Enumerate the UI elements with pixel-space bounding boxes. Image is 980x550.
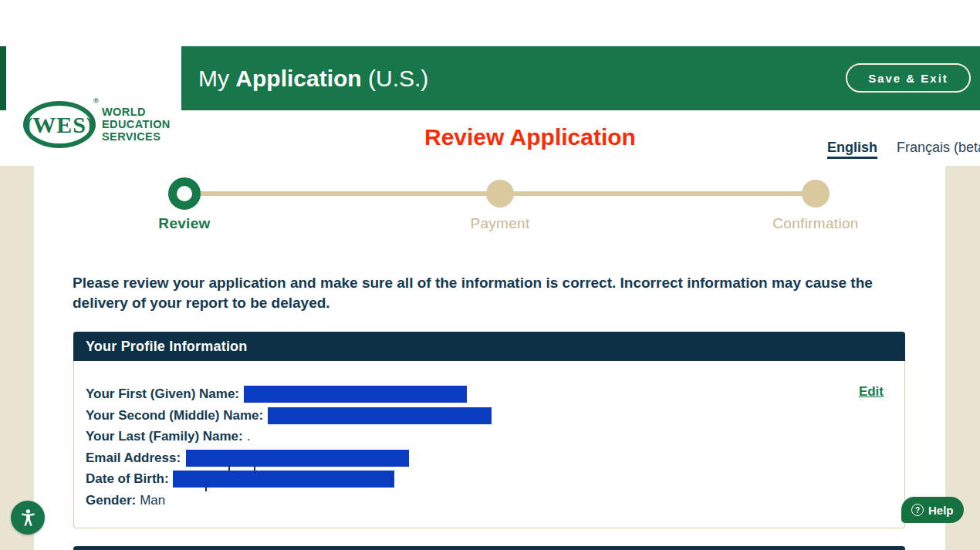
save-and-exit-button[interactable]: Save & Exit bbox=[846, 63, 971, 93]
panel-title: Your Profile Information bbox=[73, 332, 905, 361]
step-label-payment: Payment bbox=[438, 215, 562, 232]
redacted-value bbox=[186, 450, 409, 467]
review-instructions: Please review your application and make … bbox=[73, 273, 890, 312]
left-page-margin bbox=[0, 166, 34, 550]
redacted-value bbox=[244, 386, 467, 403]
active-language-underline bbox=[827, 157, 877, 159]
right-page-margin bbox=[945, 166, 980, 550]
help-button[interactable]: ? Help bbox=[901, 497, 964, 523]
step-indicator-payment bbox=[486, 180, 514, 208]
next-panel-header-sliver bbox=[73, 546, 905, 550]
help-button-label: Help bbox=[928, 504, 954, 517]
step-indicator-confirmation bbox=[802, 180, 830, 208]
accessibility-person-icon bbox=[18, 508, 39, 528]
app-title: My Application (U.S.) bbox=[198, 65, 428, 93]
panel-body: Your First (Given) Name: Your Second (Mi… bbox=[73, 361, 905, 528]
edit-profile-link[interactable]: Edit bbox=[859, 384, 884, 400]
wes-logo[interactable]: (WES) ® WORLD EDUCATION SERVICES bbox=[6, 46, 181, 110]
step-label-review: Review bbox=[123, 215, 246, 232]
wes-logo-wordmark: WORLD EDUCATION SERVICES bbox=[102, 106, 171, 143]
field-date-of-birth: Date of Birth: bbox=[86, 468, 893, 490]
step-label-confirmation: Confirmation bbox=[754, 215, 877, 232]
accessibility-button[interactable] bbox=[11, 501, 45, 535]
application-review-page: (WES) ® WORLD EDUCATION SERVICES My Appl… bbox=[0, 0, 980, 550]
field-gender: Gender:Man bbox=[86, 490, 893, 511]
page-title: Review Application bbox=[424, 124, 636, 150]
wes-logo-text: WES bbox=[32, 112, 86, 138]
language-toggle-french[interactable]: Français (beta bbox=[897, 140, 980, 156]
field-email: Email Address: bbox=[86, 447, 893, 469]
language-toggle-english[interactable]: English bbox=[827, 140, 877, 156]
header-accent-stripe bbox=[0, 46, 6, 110]
registered-trademark-icon: ® bbox=[93, 97, 99, 105]
wes-logo-oval-icon: (WES) bbox=[23, 101, 96, 148]
step-indicator-review bbox=[168, 177, 201, 210]
profile-information-panel: Your Profile Information Your First (Giv… bbox=[73, 332, 905, 528]
redacted-value bbox=[268, 407, 492, 424]
field-last-name: Your Last (Family) Name:. bbox=[86, 426, 893, 447]
field-first-name: Your First (Given) Name: bbox=[86, 383, 893, 405]
field-middle-name: Your Second (Middle) Name: bbox=[86, 405, 893, 427]
question-mark-icon: ? bbox=[911, 504, 924, 516]
redacted-value bbox=[173, 471, 394, 488]
